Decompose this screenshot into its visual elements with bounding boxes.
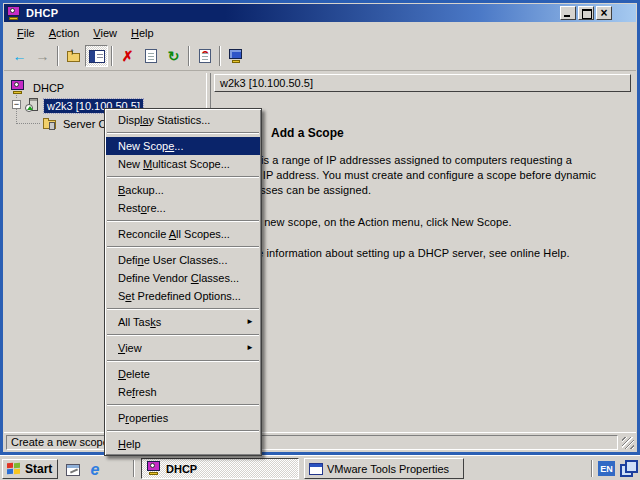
forward-icon: → xyxy=(36,49,50,63)
back-icon: ← xyxy=(13,49,27,63)
details-heading: Add a Scope xyxy=(271,126,344,140)
toolbar-separator xyxy=(219,46,221,66)
resize-grip[interactable] xyxy=(622,437,634,449)
status-panel: Create a new scope xyxy=(6,435,618,450)
taskbar-button-label: DHCP xyxy=(166,463,197,475)
menu-separator xyxy=(107,334,259,336)
details-paragraph: To add a new scope, on the Action menu, … xyxy=(218,215,636,230)
monitor-icon xyxy=(228,49,244,64)
details-pane-header: w2k3 [10.100.50.5] xyxy=(214,74,631,92)
submenu-arrow-icon: ► xyxy=(246,313,254,331)
context-menu-item-define-vendor-classes[interactable]: Define Vendor Classes... xyxy=(106,269,260,287)
properties-icon xyxy=(145,49,157,63)
context-menu-item-new-scope[interactable]: New Scope... xyxy=(106,137,260,155)
context-menu-item-define-user-classes[interactable]: Define User Classes... xyxy=(106,251,260,269)
menu-separator xyxy=(107,308,259,310)
taskbar-separator xyxy=(591,460,593,477)
close-button[interactable]: × xyxy=(596,6,612,20)
window-icon xyxy=(309,463,323,475)
context-menu-item-view[interactable]: View► xyxy=(106,339,260,357)
show-hide-tree-icon xyxy=(89,50,105,63)
window-title: DHCP xyxy=(26,7,58,19)
taskbar: Start e DHCPVMware Tools Properties EN xyxy=(0,455,640,480)
quick-launch-internet-explorer-icon[interactable]: e xyxy=(86,460,104,478)
properties-button[interactable] xyxy=(139,45,162,67)
folder-icon xyxy=(42,116,58,131)
menu-separator xyxy=(107,220,259,222)
maximize-button[interactable] xyxy=(578,6,594,20)
delete-icon: ✗ xyxy=(122,49,134,63)
menu-separator xyxy=(107,360,259,362)
menubar-item-action[interactable]: Action xyxy=(42,25,87,41)
context-menu-item-backup[interactable]: Backup... xyxy=(106,181,260,199)
vmware-tools-icon[interactable] xyxy=(620,460,635,474)
taskbar-separator xyxy=(133,460,135,477)
up-one-level-icon: ↑ xyxy=(66,49,82,64)
up-one-level-button[interactable]: ↑ xyxy=(62,45,85,67)
toolbar-separator xyxy=(188,46,190,66)
dhcp-console-window: DHCP × FileActionViewHelp ←→↑✗↻? DHCP−w2… xyxy=(0,0,640,455)
refresh-icon: ↻ xyxy=(168,49,180,63)
context-menu: Display Statistics...New Scope...New Mul… xyxy=(104,108,262,456)
console-window-button[interactable] xyxy=(224,45,247,67)
caption-buttons: × xyxy=(560,6,612,20)
context-menu-item-set-predefined-options[interactable]: Set Predefined Options... xyxy=(106,287,260,305)
taskbar-button-vmware-tools-properties[interactable]: VMware Tools Properties xyxy=(304,458,464,479)
language-indicator[interactable]: EN xyxy=(598,461,615,476)
context-menu-item-all-tasks[interactable]: All Tasks► xyxy=(106,313,260,331)
taskbar-button-dhcp[interactable]: DHCP xyxy=(141,458,299,479)
show-desktop-icon xyxy=(66,464,80,476)
menubar-item-help[interactable]: Help xyxy=(124,25,161,41)
submenu-arrow-icon: ► xyxy=(246,339,254,357)
menubar-item-view[interactable]: View xyxy=(86,25,124,41)
menubar-item-file[interactable]: File xyxy=(10,25,42,41)
context-menu-item-display-statistics[interactable]: Display Statistics... xyxy=(106,111,260,129)
menu-separator xyxy=(107,246,259,248)
dhcp-console-icon xyxy=(10,80,26,95)
windows-flag-icon xyxy=(6,462,22,476)
menu-separator xyxy=(107,176,259,178)
help-icon: ? xyxy=(199,49,211,63)
context-menu-item-delete[interactable]: Delete xyxy=(106,365,260,383)
show-hide-console-tree-button[interactable] xyxy=(85,45,108,67)
forward-button[interactable]: → xyxy=(31,45,54,67)
tree-expander[interactable]: − xyxy=(12,100,21,109)
screen: DHCP × FileActionViewHelp ←→↑✗↻? DHCP−w2… xyxy=(0,0,640,480)
context-menu-item-properties[interactable]: Properties xyxy=(106,409,260,427)
toolbar: ←→↑✗↻? xyxy=(4,42,636,71)
status-bar: Create a new scope xyxy=(4,432,636,451)
refresh-button[interactable]: ↻ xyxy=(162,45,185,67)
tree-item-dhcp[interactable]: DHCP xyxy=(10,79,67,96)
context-menu-item-help[interactable]: Help xyxy=(106,435,260,453)
details-pane: w2k3 [10.100.50.5] Add a Scope A scope i… xyxy=(211,71,634,429)
quick-launch-show-desktop-icon[interactable] xyxy=(64,460,82,478)
console-body: DHCP−w2k3 [10.100.50.5]Server Options w2… xyxy=(4,71,636,431)
context-menu-item-reconcile-all-scopes[interactable]: Reconcile All Scopes... xyxy=(106,225,260,243)
server-icon xyxy=(26,98,42,113)
context-menu-item-restore[interactable]: Restore... xyxy=(106,199,260,217)
dhcp-console-icon xyxy=(146,461,162,476)
tree-item-label: DHCP xyxy=(30,81,67,95)
menu-separator xyxy=(107,430,259,432)
title-bar[interactable]: DHCP × xyxy=(4,4,636,22)
toolbar-separator xyxy=(57,46,59,66)
context-menu-item-refresh[interactable]: Refresh xyxy=(106,383,260,401)
dhcp-console-icon xyxy=(6,6,22,21)
help-button[interactable]: ? xyxy=(193,45,216,67)
minimize-button[interactable] xyxy=(560,6,576,20)
menu-separator xyxy=(107,404,259,406)
start-button[interactable]: Start xyxy=(2,459,58,479)
taskbar-button-label: VMware Tools Properties xyxy=(327,463,449,475)
context-menu-item-new-multicast-scope[interactable]: New Multicast Scope... xyxy=(106,155,260,173)
internet-explorer-icon: e xyxy=(91,462,100,477)
back-button[interactable]: ← xyxy=(8,45,31,67)
start-label: Start xyxy=(25,462,52,476)
menu-separator xyxy=(107,132,259,134)
details-paragraph: For more information about setting up a … xyxy=(218,246,636,261)
toolbar-separator xyxy=(111,46,113,66)
details-paragraph: A scope is a range of IP addresses assig… xyxy=(218,153,636,198)
delete-button[interactable]: ✗ xyxy=(116,45,139,67)
menu-bar: FileActionViewHelp xyxy=(4,23,636,42)
status-text: Create a new scope xyxy=(11,436,109,448)
